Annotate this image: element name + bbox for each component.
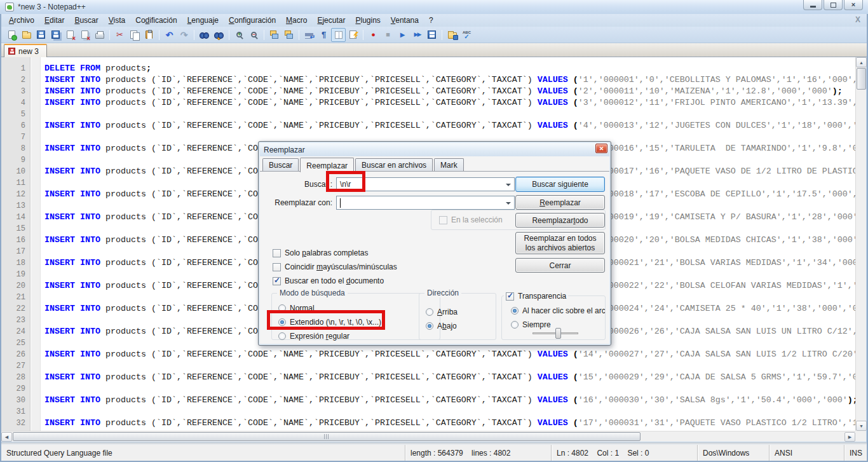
close-dialog-button[interactable]: Cerrar xyxy=(515,258,605,273)
zoom-out-icon[interactable]: − xyxy=(247,28,261,42)
menu-item-codificaci-n[interactable]: Codificación xyxy=(130,15,182,26)
dialog-close-button[interactable]: ✕ xyxy=(595,144,607,153)
replace-icon[interactable] xyxy=(212,28,226,42)
word-wrap-icon[interactable] xyxy=(302,28,316,42)
fold-margin xyxy=(31,315,41,326)
sync-vertical-icon[interactable] xyxy=(267,28,281,42)
radio-button[interactable] xyxy=(511,307,519,315)
menu-item-ejecutar[interactable]: Ejecutar xyxy=(312,15,350,26)
replace-with-combobox[interactable] xyxy=(336,196,515,210)
menu-item-vista[interactable]: Vista xyxy=(104,15,130,26)
code-text[interactable]: INSERT INTO products (`ID`,`REFERENCE`,`… xyxy=(41,86,855,97)
dialog-tab-mark[interactable]: Mark xyxy=(434,158,464,172)
dialog-titlebar[interactable]: Reemplazar xyxy=(260,143,609,156)
spell-check-icon[interactable] xyxy=(459,28,474,42)
minimize-button[interactable] xyxy=(803,0,822,10)
code-text[interactable]: INSERT INTO products (`ID`,`REFERENCE`,`… xyxy=(41,97,855,109)
menu-item-macro[interactable]: Macro xyxy=(281,15,312,26)
copy-icon[interactable] xyxy=(127,28,142,42)
find-next-button[interactable]: Buscar siguiente xyxy=(515,177,605,192)
code-text[interactable]: INSERT INTO products (`ID`,`REFERENCE`,`… xyxy=(41,120,855,132)
menu-item-lenguaje[interactable]: Lenguaje xyxy=(182,15,224,26)
macro-record-icon[interactable]: ● xyxy=(366,28,381,42)
indent-guide-icon[interactable] xyxy=(331,28,346,42)
checkbox[interactable] xyxy=(273,249,281,257)
code-text[interactable] xyxy=(41,406,855,418)
macro-play-icon[interactable]: ▶ xyxy=(395,28,410,42)
menu-item-buscar[interactable]: Buscar xyxy=(69,15,103,26)
checkbox[interactable] xyxy=(273,263,281,271)
code-text[interactable]: INSERT INTO products (`ID`,`REFERENCE`,`… xyxy=(41,418,855,429)
scroll-down-arrow[interactable]: ▼ xyxy=(856,421,867,431)
redo-icon[interactable]: ↷ xyxy=(177,28,191,42)
show-all-characters-icon[interactable]: ¶ xyxy=(316,28,331,42)
function-completion-icon[interactable] xyxy=(346,28,360,42)
menu-item-ventana[interactable]: Ventana xyxy=(386,15,424,26)
vertical-scrollbar[interactable]: ▲ ▼ xyxy=(855,57,866,431)
replace-all-button[interactable]: Reemplazar todo xyxy=(515,213,605,228)
close-button[interactable]: × xyxy=(844,0,863,10)
radio-button[interactable] xyxy=(511,321,519,329)
code-text[interactable]: INSERT INTO products (`ID`,`REFERENCE`,`… xyxy=(41,372,855,383)
replace-button[interactable]: Reemplazar xyxy=(515,195,605,210)
in-selection-checkbox[interactable] xyxy=(439,216,447,224)
radio-button[interactable] xyxy=(426,308,433,316)
macro-save-icon[interactable] xyxy=(424,28,439,42)
option-coincidir-mayúsculas-minúsculas: Coincidir mayúsculas/minúsculas xyxy=(273,260,397,274)
macro-stop-icon[interactable]: ■ xyxy=(381,28,395,42)
transparency-checkbox[interactable] xyxy=(506,292,514,301)
chevron-down-icon[interactable] xyxy=(506,202,511,205)
scroll-right-arrow[interactable]: ▶ xyxy=(844,432,855,442)
code-text[interactable]: INSERT INTO products (`ID`,`REFERENCE`,`… xyxy=(41,74,855,86)
menu-item-editar[interactable]: Editar xyxy=(39,15,69,26)
chevron-down-icon[interactable] xyxy=(506,184,511,186)
menu-item-plugins[interactable]: Plugins xyxy=(350,15,385,26)
replace-all-open-docs-button[interactable]: Reemplazar en todos los archivos abierto… xyxy=(515,232,605,254)
print-icon[interactable] xyxy=(92,28,107,42)
cut-icon[interactable]: ✂ xyxy=(112,28,127,42)
undo-icon[interactable]: ↶ xyxy=(162,28,177,42)
code-text[interactable]: DELETE FROM products; xyxy=(41,63,855,74)
restore-button[interactable] xyxy=(824,0,843,10)
toolbar-separator xyxy=(442,30,442,40)
fold-margin xyxy=(31,166,41,177)
scroll-up-arrow[interactable]: ▲ xyxy=(856,57,867,67)
paste-icon[interactable] xyxy=(142,28,156,42)
zoom-in-icon[interactable]: + xyxy=(232,28,247,42)
code-text[interactable] xyxy=(41,383,855,395)
menu-item-?[interactable]: ? xyxy=(424,15,438,26)
status-length-lines: length : 564379 lines : 4802 xyxy=(405,445,551,461)
dialog-tab-buscar[interactable]: Buscar xyxy=(262,158,299,172)
open-containing-folder-icon[interactable] xyxy=(445,28,459,42)
menu-item-configuraci-n[interactable]: Configuración xyxy=(224,15,281,26)
document-close-x[interactable]: X xyxy=(855,15,860,24)
text-caret xyxy=(340,198,341,208)
radio-button[interactable] xyxy=(426,322,433,330)
find-icon[interactable] xyxy=(197,28,212,42)
horizontal-scrollbar-thumb[interactable] xyxy=(13,432,641,441)
sync-horizontal-icon[interactable] xyxy=(281,28,296,42)
macro-run-multiple-icon[interactable]: ▶▶ xyxy=(410,28,424,42)
radio-button[interactable] xyxy=(278,332,286,340)
transparency-slider-thumb[interactable] xyxy=(555,328,561,339)
dialog-tab-buscar-en-archivos[interactable]: Buscar en archivos xyxy=(355,158,433,172)
save-all-icon[interactable] xyxy=(48,28,63,42)
close-all-icon[interactable] xyxy=(78,28,92,42)
new-file-icon[interactable] xyxy=(4,28,19,42)
extended-mode-highlight-annotation xyxy=(267,310,385,330)
line-number: 20 xyxy=(1,280,31,292)
dialog-tab-reemplazar[interactable]: Reemplazar xyxy=(300,158,354,172)
vertical-scrollbar-thumb[interactable] xyxy=(857,68,866,90)
menu-item-archivo[interactable]: Archivo xyxy=(4,15,39,26)
code-text[interactable]: INSERT INTO products (`ID`,`REFERENCE`,`… xyxy=(41,395,855,406)
close-file-icon[interactable] xyxy=(63,28,78,42)
document-tab-new-3[interactable]: new 3 xyxy=(4,44,47,57)
code-text[interactable]: INSERT INTO products (`ID`,`REFERENCE`,`… xyxy=(41,349,855,360)
checkbox[interactable] xyxy=(273,277,281,285)
save-file-icon[interactable] xyxy=(34,28,48,42)
scroll-left-arrow[interactable]: ◀ xyxy=(1,432,12,442)
horizontal-scrollbar[interactable]: ◀ ▶ xyxy=(1,431,855,442)
open-file-icon[interactable] xyxy=(19,28,34,42)
code-text[interactable] xyxy=(41,109,855,120)
code-text[interactable] xyxy=(41,360,855,372)
